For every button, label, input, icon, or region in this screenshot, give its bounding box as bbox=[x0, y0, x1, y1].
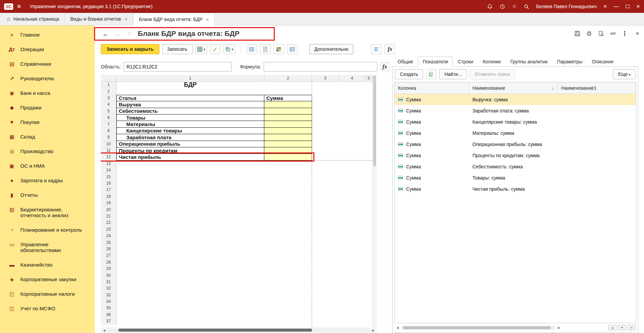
sheet-cell[interactable] bbox=[312, 193, 339, 200]
sheet-cell[interactable] bbox=[116, 187, 264, 193]
sheet-cell[interactable] bbox=[116, 259, 264, 266]
close-icon[interactable]: × bbox=[206, 17, 209, 22]
row-number[interactable]: 8 bbox=[101, 128, 116, 134]
sheet-cell[interactable] bbox=[365, 187, 372, 193]
sheet-cell[interactable] bbox=[339, 167, 365, 173]
sheet-cell[interactable] bbox=[339, 82, 365, 88]
sheet-cell[interactable] bbox=[312, 305, 339, 311]
sheet-cell[interactable] bbox=[365, 272, 372, 278]
print-icon[interactable] bbox=[586, 30, 592, 37]
sheet-cell[interactable] bbox=[264, 266, 312, 272]
sheet-cell[interactable] bbox=[365, 239, 372, 246]
sheet-cell[interactable] bbox=[264, 213, 312, 220]
indicator-row[interactable]: СуммаСебестоимость: сумма bbox=[395, 161, 636, 172]
sheet-cell[interactable] bbox=[116, 200, 264, 206]
sheet-cell[interactable] bbox=[339, 200, 365, 206]
find-button[interactable]: Найти... bbox=[439, 69, 467, 79]
sheet-cell[interactable] bbox=[264, 285, 312, 292]
sheet-cell[interactable] bbox=[116, 88, 264, 95]
panel-tab[interactable]: Строки bbox=[453, 57, 478, 67]
sheet-cell[interactable] bbox=[339, 108, 365, 115]
sheet-cell[interactable] bbox=[312, 246, 339, 252]
sheet-cell[interactable]: Заработная плата bbox=[116, 134, 264, 141]
sheet-cell[interactable] bbox=[312, 101, 339, 108]
sheet-cell[interactable] bbox=[312, 226, 339, 233]
scroll-up-button[interactable]: ▴ bbox=[608, 325, 617, 330]
sheet-cell[interactable] bbox=[116, 206, 264, 213]
sheet-cell[interactable]: Выручка bbox=[116, 101, 264, 108]
scroll-right-icon[interactable]: ▸ bbox=[371, 328, 376, 332]
sheet-cell[interactable] bbox=[365, 279, 372, 285]
sheet-cell[interactable] bbox=[365, 298, 372, 305]
sheet-cell[interactable] bbox=[264, 88, 312, 95]
restore-button[interactable] bbox=[626, 5, 629, 8]
row-number[interactable]: 5 bbox=[101, 108, 116, 115]
column-header-5[interactable]: 5 bbox=[365, 75, 372, 82]
sheet-cell[interactable] bbox=[339, 147, 365, 154]
sheet-cell[interactable] bbox=[339, 239, 365, 246]
save-icon[interactable] bbox=[574, 30, 580, 37]
row-number[interactable]: 33 bbox=[101, 292, 116, 298]
sheet-cell[interactable] bbox=[116, 193, 264, 200]
window-tab[interactable]: Виды и бланки отчетов× bbox=[65, 13, 133, 25]
sheet-cell[interactable] bbox=[312, 88, 339, 95]
save-close-button[interactable]: Записать и закрыть bbox=[101, 44, 159, 54]
sidebar-item[interactable]: ◈Корпоративные закупки bbox=[0, 272, 95, 287]
main-menu-icon[interactable]: ≡ bbox=[17, 3, 21, 10]
sheet-cell[interactable] bbox=[339, 161, 365, 167]
sheet-cell[interactable] bbox=[339, 134, 365, 141]
row-number[interactable]: 2 bbox=[101, 88, 116, 95]
service-menu-icon[interactable]: ≡ bbox=[604, 4, 607, 9]
sheet-cell[interactable] bbox=[365, 95, 372, 101]
sheet-cell[interactable] bbox=[312, 233, 339, 239]
sheet-cell[interactable] bbox=[365, 82, 372, 88]
history-icon[interactable] bbox=[499, 4, 505, 9]
sheet-cell[interactable] bbox=[312, 161, 339, 167]
sheet-cell[interactable] bbox=[365, 246, 372, 252]
sheet-cell[interactable] bbox=[116, 180, 264, 187]
sheet-cell[interactable] bbox=[116, 252, 264, 259]
sheet-cell[interactable] bbox=[312, 82, 339, 88]
sheet-cell[interactable] bbox=[339, 180, 365, 187]
sheet-cell[interactable] bbox=[264, 298, 312, 305]
additional-button[interactable]: Дополнительно bbox=[309, 44, 354, 54]
row-number[interactable]: 16 bbox=[101, 180, 116, 187]
sidebar-item[interactable]: ●Зарплата и кадры bbox=[0, 173, 95, 188]
sheet-cell[interactable] bbox=[339, 101, 365, 108]
sidebar-item[interactable]: ▤Справочники bbox=[0, 57, 95, 71]
page-setup-button[interactable] bbox=[260, 44, 271, 54]
row-number[interactable]: 24 bbox=[101, 233, 116, 239]
sheet-cell[interactable] bbox=[339, 220, 365, 226]
user-name[interactable]: Беляев Павел Геннадьевич bbox=[536, 4, 597, 9]
sheet-cell[interactable] bbox=[312, 173, 339, 180]
sheet-cell[interactable] bbox=[339, 279, 365, 285]
scrollbar-thumb[interactable] bbox=[373, 76, 376, 166]
sidebar-item[interactable]: ◆Продажи bbox=[0, 100, 95, 115]
sheet-cell[interactable] bbox=[264, 115, 312, 121]
sidebar-item[interactable]: ▣ОС и НМА bbox=[0, 159, 95, 173]
row-number[interactable]: 17 bbox=[101, 187, 116, 193]
sheet-cell[interactable] bbox=[365, 88, 372, 95]
row-number[interactable]: 18 bbox=[101, 193, 116, 200]
align-button[interactable] bbox=[371, 44, 382, 54]
more-button[interactable]: Еще▾ bbox=[613, 69, 636, 79]
sheet-cell[interactable] bbox=[264, 305, 312, 311]
sheet-cell[interactable] bbox=[312, 134, 339, 141]
sheet-cell[interactable] bbox=[312, 95, 339, 101]
scroll-left-icon[interactable]: ◂ bbox=[395, 326, 400, 330]
row-number[interactable]: 27 bbox=[101, 252, 116, 259]
indicator-row[interactable]: СуммаВыручка: сумма bbox=[395, 94, 636, 105]
row-number[interactable]: 10 bbox=[101, 141, 116, 147]
indicator-row[interactable]: СуммаЧистая прибыль: сумма bbox=[395, 183, 636, 194]
sheet-cell[interactable] bbox=[116, 167, 264, 173]
sheet-cell[interactable] bbox=[312, 272, 339, 278]
sidebar-item[interactable]: ▮Отчеты bbox=[0, 188, 95, 202]
link-icon[interactable] bbox=[610, 30, 616, 37]
area-input[interactable] bbox=[124, 62, 232, 71]
sheet-cell[interactable] bbox=[264, 226, 312, 233]
sheet-cell[interactable] bbox=[264, 147, 312, 154]
sheet-cell[interactable] bbox=[116, 161, 264, 167]
row-number[interactable]: 29 bbox=[101, 266, 116, 272]
sheet-cell[interactable] bbox=[365, 266, 372, 272]
indicator-row[interactable]: СуммаКанцелярские товары: сумма bbox=[395, 116, 636, 127]
